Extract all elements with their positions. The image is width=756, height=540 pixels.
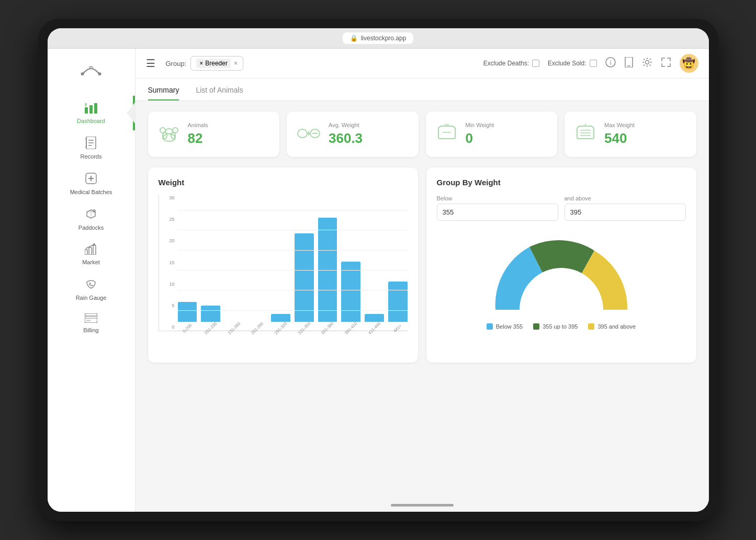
url-text: livestockpro.app: [361, 35, 407, 42]
legend-dot-above: [588, 323, 594, 330]
expand-button[interactable]: [661, 57, 671, 70]
legend-label-above: 395 and above: [597, 323, 636, 330]
filter-box: × Breeder ×: [190, 56, 243, 71]
bar-chart-inner: 051015202530 0-200201-230231-260261-2902…: [159, 195, 408, 331]
gbw-below-label: Below: [437, 195, 558, 201]
charts-row: Weight 051015202530 0-200201-230231-2602…: [148, 167, 696, 363]
stat-card-max-weight: Max Weight 540: [565, 111, 696, 157]
sidebar-label-rain-gauge: Rain Gauge: [76, 295, 107, 301]
stat-card-animals: Animals 82: [148, 111, 280, 157]
legend-item-mid: 355 up to 395: [533, 323, 578, 330]
sidebar-label-dashboard: Dashboard: [77, 118, 105, 124]
legend-dot-mid: [533, 323, 539, 330]
gbw-below-group: Below: [437, 195, 558, 221]
svg-point-33: [298, 129, 307, 138]
animals-label: Animals: [188, 122, 208, 128]
svg-point-13: [93, 210, 95, 212]
weight-chart-card: Weight 051015202530 0-200201-230231-2602…: [148, 167, 418, 363]
exclude-sold-label: Exclude Sold:: [548, 60, 586, 67]
animals-icon: [159, 122, 179, 147]
gbw-above-label: and above: [565, 195, 686, 201]
sidebar-item-medical-batches[interactable]: Medical Batches: [48, 166, 135, 201]
stat-info-animals: Animals 82: [188, 122, 208, 147]
filter-tag-breeder[interactable]: × Breeder: [196, 59, 231, 68]
exclude-deaths-checkbox[interactable]: [532, 60, 539, 67]
svg-point-1: [98, 72, 101, 75]
svg-rect-15: [89, 248, 92, 255]
tab-summary[interactable]: Summary: [148, 78, 179, 100]
exclude-deaths-label: Exclude Deaths:: [483, 60, 529, 67]
group-by-weight-card: Group By Weight Below and above: [426, 167, 696, 363]
svg-point-26: [645, 60, 649, 64]
sidebar-item-records[interactable]: Records: [48, 130, 135, 166]
filter-tag-label: Breeder: [205, 60, 228, 67]
svg-point-17: [93, 243, 95, 245]
stat-card-min-weight: Min Weight 0: [426, 111, 558, 157]
filter-box-close[interactable]: ×: [234, 60, 238, 67]
min-weight-icon: [436, 123, 457, 145]
exclude-deaths-control: Exclude Deaths:: [483, 60, 539, 67]
sidebar-item-billing[interactable]: Billing: [48, 307, 135, 340]
svg-point-27: [163, 134, 175, 141]
min-weight-value: 0: [466, 130, 494, 147]
gbw-above-group: and above: [565, 195, 686, 221]
user-avatar[interactable]: 🤠: [680, 54, 698, 73]
phone-button[interactable]: [624, 57, 634, 70]
max-weight-value: 540: [604, 130, 635, 147]
svg-rect-47: [483, 310, 640, 315]
tabs-bar: Summary List of Animals: [136, 78, 709, 101]
stat-info-avg-weight: Avg. Weight 360.3: [329, 122, 363, 147]
legend-item-below: Below 355: [487, 323, 523, 330]
url-bar: 🔒 livestockpro.app: [343, 32, 414, 44]
sidebar-label-records: Records: [81, 153, 102, 160]
sidebar-label-market: Market: [82, 259, 100, 265]
avg-weight-label: Avg. Weight: [329, 122, 363, 128]
svg-rect-14: [85, 250, 87, 255]
stat-info-min-weight: Min Weight 0: [466, 122, 494, 147]
settings-button[interactable]: [642, 57, 652, 70]
sidebar-label-medical-batches: Medical Batches: [70, 189, 112, 195]
legend-dot-below: [487, 323, 493, 330]
info-button[interactable]: i: [605, 57, 616, 70]
paddocks-icon: [85, 208, 97, 222]
sidebar-item-paddocks[interactable]: Paddocks: [48, 201, 135, 237]
svg-point-32: [165, 129, 173, 134]
hamburger-button[interactable]: ☰: [146, 57, 155, 70]
exclude-sold-checkbox[interactable]: [590, 60, 597, 67]
logo: [70, 54, 112, 87]
browser-bar: 🔒 livestockpro.app: [48, 28, 709, 49]
dashboard-icon: [85, 102, 97, 116]
svg-rect-2: [85, 107, 88, 114]
tab-list-of-animals[interactable]: List of Animals: [196, 78, 243, 100]
sidebar-item-rain-gauge[interactable]: Rain Gauge: [48, 272, 135, 307]
legend-label-below: Below 355: [496, 323, 523, 330]
exclude-sold-control: Exclude Sold:: [548, 60, 596, 67]
svg-rect-5: [85, 103, 87, 106]
svg-rect-21: [86, 320, 91, 321]
rain-gauge-icon: [85, 278, 97, 292]
svg-rect-16: [93, 245, 96, 255]
legend-label-mid: 355 up to 395: [543, 323, 578, 330]
tablet-frame: 🔒 livestockpro.app: [38, 19, 718, 521]
weight-bar-chart: 051015202530 0-200201-230231-260261-2902…: [159, 195, 408, 352]
sidebar-item-dashboard[interactable]: Dashboard: [48, 96, 135, 130]
sidebar-item-market[interactable]: Market: [48, 237, 135, 272]
filter-tag-x[interactable]: ×: [199, 60, 203, 67]
stat-info-max-weight: Max Weight 540: [604, 122, 635, 147]
gbw-above-input[interactable]: [565, 204, 686, 221]
avg-weight-value: 360.3: [329, 130, 363, 147]
sidebar-label-billing: Billing: [83, 327, 98, 333]
gbw-title: Group By Weight: [437, 178, 686, 187]
gauge-svg: [483, 231, 640, 315]
stats-row: Animals 82: [148, 111, 696, 157]
sidebar-label-paddocks: Paddocks: [78, 224, 104, 231]
gbw-below-input[interactable]: [437, 204, 558, 221]
medical-batches-icon: [85, 172, 97, 187]
group-filter: Group: × Breeder ×: [166, 56, 243, 71]
svg-rect-3: [89, 105, 93, 114]
gauge-legend: Below 355 355 up to 395 39: [487, 323, 636, 330]
weight-chart-title: Weight: [159, 178, 408, 187]
stat-card-avg-weight: Avg. Weight 360.3: [287, 111, 419, 157]
sidebar: Dashboard Records: [48, 49, 136, 512]
avg-weight-icon: [297, 123, 320, 145]
